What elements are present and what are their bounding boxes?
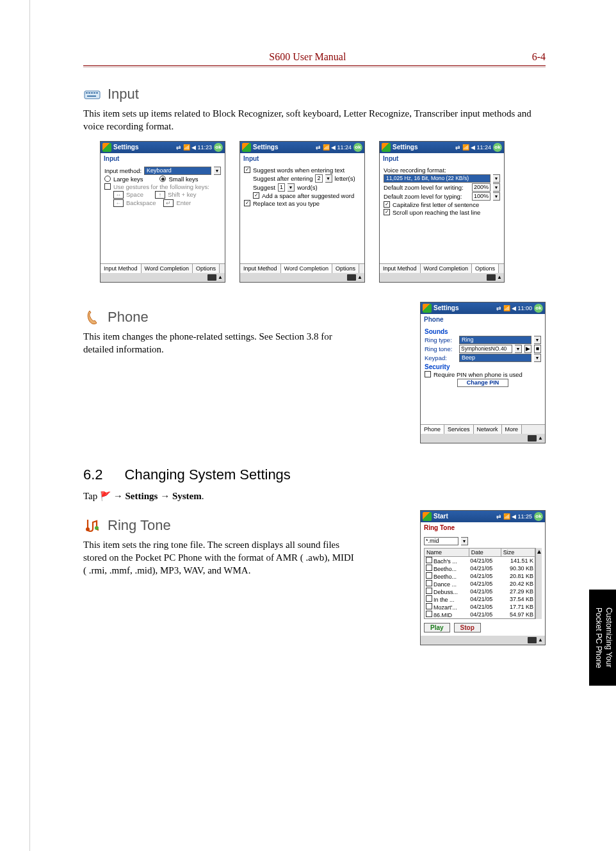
sip-up-icon[interactable]: ▲ <box>218 274 223 280</box>
panel-title: Input <box>380 153 504 165</box>
dropdown-arrow-icon[interactable]: ▼ <box>534 354 541 362</box>
dropdown-arrow-icon[interactable]: ▼ <box>288 183 295 192</box>
sip-keyboard-icon[interactable] <box>487 274 496 281</box>
tab-input-method[interactable]: Input Method <box>101 264 142 273</box>
file-row[interactable]: Dance ...04/21/0520.42 KB <box>425 580 535 588</box>
phone-description: This item changes the phone-related sett… <box>83 330 359 356</box>
file-row[interactable]: 86.MID04/21/0554.97 KB <box>425 611 535 619</box>
tab-input-method[interactable]: Input Method <box>240 264 281 273</box>
dropdown-arrow-icon[interactable]: ▼ <box>214 167 221 175</box>
large-keys-radio[interactable] <box>104 176 111 182</box>
small-keys-radio[interactable] <box>159 176 166 182</box>
tab-more[interactable]: More <box>502 425 523 434</box>
sip-keyboard-icon[interactable] <box>528 637 537 643</box>
space-label: Space <box>126 191 143 198</box>
file-row[interactable]: Beetho...04/21/0590.30 KB <box>425 565 535 572</box>
start-flag-icon <box>423 304 432 313</box>
tab-word-completion[interactable]: Word Completion <box>281 264 332 273</box>
file-row[interactable]: Bach's ...04/21/05141.51 K <box>425 556 535 565</box>
zoom-typing-select[interactable]: 100% <box>472 192 490 201</box>
status-icons: ⇄ 📶 ◀ 11:24 <box>316 144 352 151</box>
large-keys-label: Large keys <box>113 176 143 183</box>
scrollbar[interactable]: ▲ <box>535 548 542 619</box>
dropdown-arrow-icon[interactable]: ▼ <box>493 174 500 183</box>
dropdown-arrow-icon[interactable]: ▼ <box>461 537 468 545</box>
ok-button[interactable]: ok <box>534 304 543 313</box>
zoom-writing-select[interactable]: 200% <box>472 183 490 192</box>
input-method-select[interactable]: Keyboard <box>144 167 211 175</box>
sip-keyboard-icon[interactable] <box>207 274 216 281</box>
sounds-header: Sounds <box>425 328 541 335</box>
backspace-gesture-icon: ← <box>113 199 124 207</box>
ok-button[interactable]: ok <box>534 512 543 521</box>
change-pin-button[interactable]: Change PIN <box>457 379 509 387</box>
tab-options[interactable]: Options <box>332 264 359 273</box>
stop-tone-button[interactable]: ■ <box>534 345 541 353</box>
space-gesture-icon: ↔ <box>113 191 124 199</box>
phone-section-heading: Phone <box>83 308 407 326</box>
scroll-checkbox[interactable] <box>384 209 390 215</box>
svg-rect-4 <box>93 92 95 94</box>
svg-rect-2 <box>88 92 90 94</box>
tab-options[interactable]: Options <box>193 264 220 273</box>
file-row[interactable]: Mozart'...04/21/0517.71 KB <box>425 603 535 611</box>
tab-services[interactable]: Services <box>444 425 474 434</box>
use-gestures-checkbox[interactable] <box>104 183 111 190</box>
words-count-select[interactable]: 1 <box>278 183 285 192</box>
suggest-after-label: Suggest after entering <box>253 175 312 182</box>
phone-icon <box>83 308 101 326</box>
ring-type-select[interactable]: Ring <box>459 336 531 344</box>
keypad-select[interactable]: Beep <box>459 354 531 362</box>
tab-phone[interactable]: Phone <box>421 425 444 434</box>
dropdown-arrow-icon[interactable]: ▼ <box>515 345 522 353</box>
col-name[interactable]: Name <box>425 548 469 556</box>
svg-point-8 <box>95 526 99 530</box>
file-row[interactable]: Debuss...04/21/0527.29 KB <box>425 588 535 595</box>
ring-tone-label: Ring tone: <box>425 345 457 352</box>
screenshot-input-options: Settings ⇄ 📶 ◀ 11:24 ok Input Voice reco… <box>379 141 505 283</box>
replace-text-checkbox[interactable] <box>244 200 250 206</box>
ok-button[interactable]: ok <box>214 143 223 152</box>
dropdown-arrow-icon[interactable]: ▼ <box>534 336 541 344</box>
voice-format-select[interactable]: 11,025 Hz, 16 Bit, Mono (22 KB/s) <box>384 174 490 183</box>
tab-input-method[interactable]: Input Method <box>380 264 421 273</box>
col-size[interactable]: Size <box>501 548 535 556</box>
sip-keyboard-icon[interactable] <box>528 435 537 442</box>
sip-up-icon[interactable]: ▲ <box>357 274 362 280</box>
add-space-checkbox[interactable] <box>253 192 259 199</box>
tab-word-completion[interactable]: Word Completion <box>421 264 472 273</box>
svg-rect-6 <box>87 95 96 97</box>
file-row[interactable]: In the ...04/21/0537.54 KB <box>425 595 535 603</box>
tab-network[interactable]: Network <box>474 425 502 434</box>
dropdown-arrow-icon[interactable]: ▼ <box>325 174 332 183</box>
suggest-words-checkbox[interactable] <box>244 167 250 173</box>
file-filter-select[interactable]: *.mid <box>424 537 458 545</box>
sip-keyboard-icon[interactable] <box>347 274 356 281</box>
require-pin-checkbox[interactable] <box>425 371 431 377</box>
svg-rect-5 <box>96 92 98 94</box>
ring-tone-select[interactable]: SymphoniesNO.40 <box>459 345 512 353</box>
letters-count-select[interactable]: 2 <box>315 174 322 183</box>
col-date[interactable]: Date <box>469 548 501 556</box>
play-tone-button[interactable]: ▶ <box>524 345 531 353</box>
dropdown-arrow-icon[interactable]: ▼ <box>493 183 500 192</box>
tab-word-completion[interactable]: Word Completion <box>142 264 193 273</box>
play-button[interactable]: Play <box>424 623 450 632</box>
suggest-count-label: Suggest <box>253 184 275 191</box>
file-list-table[interactable]: Name Date Size Bach's ...04/21/05141.51 … <box>424 548 535 619</box>
header-rule-faint <box>83 67 546 67</box>
window-title: Start <box>434 513 494 520</box>
ok-button[interactable]: ok <box>353 143 362 152</box>
file-row[interactable]: Beetho...04/21/0520.81 KB <box>425 572 535 580</box>
sip-up-icon[interactable]: ▲ <box>538 637 543 643</box>
ok-button[interactable]: ok <box>493 143 502 152</box>
sip-up-icon[interactable]: ▲ <box>538 435 543 441</box>
tab-options[interactable]: Options <box>472 264 499 273</box>
capitalize-checkbox[interactable] <box>384 201 390 208</box>
ringtone-icon <box>83 516 101 534</box>
input-method-label: Input method: <box>104 167 142 174</box>
status-icons: ⇄ 📶 ◀ 11:24 <box>455 144 491 151</box>
dropdown-arrow-icon[interactable]: ▼ <box>493 192 500 201</box>
sip-up-icon[interactable]: ▲ <box>497 274 502 280</box>
stop-button[interactable]: Stop <box>454 623 481 632</box>
